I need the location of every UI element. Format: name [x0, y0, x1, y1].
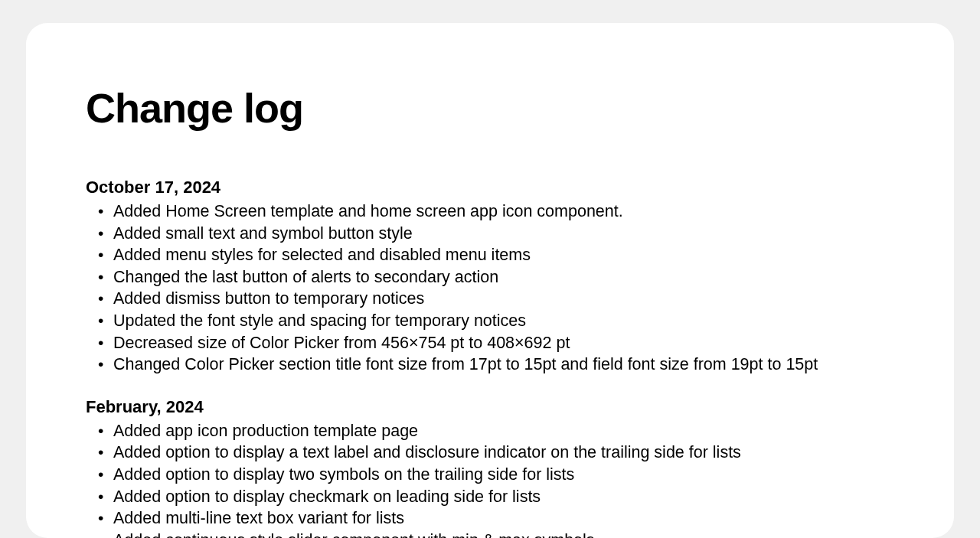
entry-date: February, 2024 — [86, 397, 894, 417]
list-item: Added option to display checkmark on lea… — [103, 486, 894, 508]
changelog-entry: February, 2024 Added app icon production… — [86, 397, 894, 538]
list-item: Added small text and symbol button style — [103, 223, 894, 245]
list-item: Updated the font style and spacing for t… — [103, 310, 894, 332]
list-item: Changed the last button of alerts to sec… — [103, 266, 894, 289]
list-item: Changed Color Picker section title font … — [103, 354, 894, 376]
list-item: Added multi-line text box variant for li… — [103, 507, 894, 530]
list-item: Added continuous style slider component … — [103, 530, 894, 538]
list-item: Decreased size of Color Picker from 456×… — [103, 332, 894, 354]
list-item: Added menu styles for selected and disab… — [103, 244, 894, 266]
entry-items: Added app icon production template page … — [86, 420, 894, 538]
entry-date: October 17, 2024 — [86, 178, 894, 197]
list-item: Added option to display a text label and… — [103, 442, 894, 464]
list-item: Added app icon production template page — [103, 420, 894, 442]
changelog-entry: October 17, 2024 Added Home Screen templ… — [86, 178, 894, 376]
list-item: Added Home Screen template and home scre… — [103, 201, 894, 223]
changelog-card: Change log October 17, 2024 Added Home S… — [26, 23, 954, 538]
entry-items: Added Home Screen template and home scre… — [86, 201, 894, 376]
list-item: Added option to display two symbols on t… — [103, 464, 894, 486]
page-title: Change log — [86, 84, 894, 132]
list-item: Added dismiss button to temporary notice… — [103, 288, 894, 310]
